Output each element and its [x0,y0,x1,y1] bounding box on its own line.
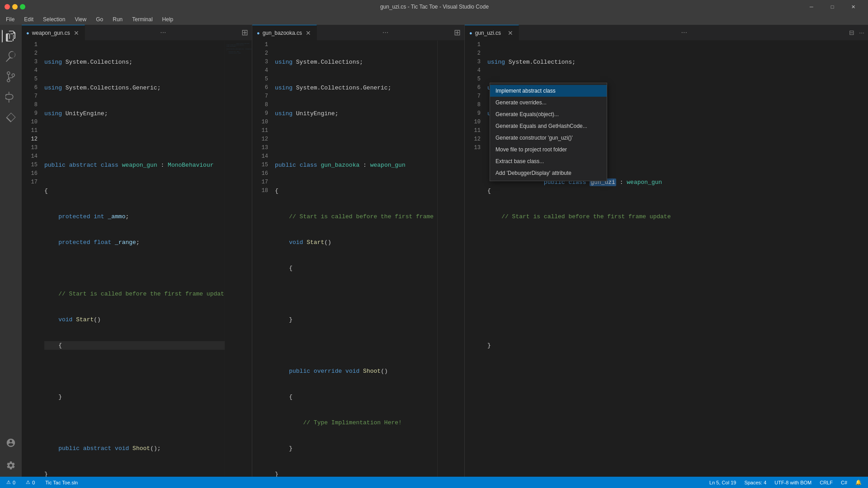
code-line: using System.Collections; [275,58,437,66]
quick-fix-menu: Implement abstract class Generate overri… [490,83,607,181]
tab-bar-3: ● gun_uzi.cs ✕ ··· ⊟ ··· [465,25,868,41]
menu-item-move-file[interactable]: Move file to project root folder [490,144,607,155]
accounts-icon[interactable] [2,434,20,452]
more-actions-button[interactable]: ··· [859,29,864,36]
close-button[interactable]: ✕ [843,0,863,14]
menu-help[interactable]: Help [159,15,177,23]
status-cursor[interactable]: Ln 5, Col 19 [708,480,738,485]
menu-item-add-debugger[interactable]: Add 'DebuggerDisplay' attribute [490,167,607,179]
code-line [487,264,868,272]
status-warnings[interactable]: ⚠ 0 [24,477,37,488]
split-editor-button-1[interactable]: ⊞ [241,25,252,40]
code-line [275,135,437,144]
code-line: } [44,470,225,477]
line-numbers-1: 1 2 3 4 5 6 7 8 9 10 11 12 13 [22,41,42,477]
error-count: 0 [13,480,15,485]
status-encoding[interactable]: UTF-8 with BOM [773,480,813,485]
menu-item-generate-equals[interactable]: Generate Equals(object)... [490,108,607,120]
menu-edit[interactable]: Edit [20,15,37,23]
code-line: // Start is called before the first fram… [275,212,437,221]
extensions-icon[interactable] [2,108,20,127]
code-line: { [44,187,225,195]
code-area-gun-bazooka[interactable]: 1 2 3 4 5 6 7 8 9 10 11 12 13 [252,41,464,477]
cs-file-icon: ● [26,30,29,36]
activitybar [0,25,22,477]
explorer-icon[interactable] [2,27,20,45]
lightbulb-icon[interactable]: 💡 [485,161,486,169]
code-line: // Start is called before the first fram… [44,290,225,298]
settings-icon[interactable] [2,456,20,474]
menu-item-generate-overrides-label: Generate overrides... [495,99,547,106]
code-line [487,315,868,324]
code-line [487,238,868,247]
menu-item-generate-equals-hashcode-label: Generate Equals and GetHashCode... [495,123,587,129]
menu-item-implement-abstract[interactable]: Implement abstract class [490,85,607,97]
menu-item-generate-overrides[interactable]: Generate overrides... [490,97,607,108]
code-line: void Start() [44,315,225,324]
tab-gun-bazooka[interactable]: ● gun_bazooka.cs ✕ [252,25,317,40]
notification-icon: 🔔 [855,479,862,485]
debug-icon[interactable] [2,88,20,106]
minimize-button[interactable]: ─ [801,0,822,14]
code-line: using System.Collections; [44,58,225,66]
tab-gun-uzi-close[interactable]: ✕ [507,29,514,37]
tab-weapon-gun-close[interactable]: ✕ [73,29,80,37]
code-content-1[interactable]: using System.Collections; using System.C… [42,41,225,477]
status-notifications[interactable]: 🔔 [854,479,863,485]
code-line: } [487,341,868,350]
search-icon[interactable] [2,47,20,66]
source-control-icon[interactable] [2,68,20,86]
menubar: File Edit Selection View Go Run Terminal… [0,14,868,25]
code-line [275,290,437,298]
status-solution[interactable]: Tic Tac Toe.sln [43,477,80,488]
menu-item-generate-constructor[interactable]: Generate constructor 'gun_uzi()' [490,132,607,144]
tab-bar-1: ● weapon_gun.cs ✕ ··· ⊞ [22,25,252,41]
menu-file[interactable]: File [2,15,18,23]
menu-selection[interactable]: Selection [39,15,69,23]
code-line: } [275,470,437,477]
code-line: using System.Collections.Generic; [44,84,225,92]
menu-view[interactable]: View [71,15,90,23]
minimap-1: using System.Collections; using System.C… [225,41,252,477]
status-spaces[interactable]: Spaces: 4 [742,480,768,485]
tab-weapon-gun[interactable]: ● weapon_gun.cs ✕ [22,25,85,40]
code-line: using System.Collections; [487,58,868,66]
editor-gun-bazooka: ● gun_bazooka.cs ✕ ··· ⊞ 1 2 3 4 [252,25,465,477]
tab-more-button-3[interactable]: ··· [677,25,690,40]
tab-gun-bazooka-close[interactable]: ✕ [305,29,312,37]
code-line: // Type Implimentation Here! [275,418,437,427]
menu-item-generate-constructor-label: Generate constructor 'gun_uzi()' [495,135,573,141]
code-line [44,135,225,144]
tab-weapon-gun-label: weapon_gun.cs [32,30,70,36]
split-right-button[interactable]: ⊟ [849,29,854,36]
tab-gun-bazooka-label: gun_bazooka.cs [263,30,302,36]
menu-item-extract-base[interactable]: Extract base class... [490,155,607,167]
code-line [44,367,225,375]
statusbar: ⚠ 0 ⚠ 0 Tic Tac Toe.sln Ln 5, Col 19 Spa… [0,477,868,488]
tab-more-button-1[interactable]: ··· [156,25,170,40]
split-editor-button-2[interactable]: ⊞ [454,25,464,40]
cs-file-icon-2: ● [257,30,260,36]
tab-gun-uzi[interactable]: ● gun_uzi.cs ✕ [465,25,519,40]
code-area-weapon-gun[interactable]: 1 2 3 4 5 6 7 8 9 10 11 12 13 [22,41,252,477]
editor-gun-uzi: ● gun_uzi.cs ✕ ··· ⊟ ··· 1 2 [465,25,868,477]
status-eol[interactable]: CRLF [818,480,835,485]
spaces-label: Spaces: 4 [744,480,766,485]
code-line: protected int _ammo; [44,212,225,221]
titlebar: gun_uzi.cs - Tic Tac Toe - Visual Studio… [0,0,868,14]
menu-run[interactable]: Run [109,15,126,23]
menu-go[interactable]: Go [92,15,107,23]
maximize-button[interactable]: □ [822,0,843,14]
code-line [44,418,225,427]
menu-item-generate-equals-hashcode[interactable]: Generate Equals and GetHashCode... [490,120,607,132]
code-line: { [275,187,437,195]
cs-file-icon-3: ● [469,30,472,36]
menu-terminal[interactable]: Terminal [128,15,156,23]
code-line [275,341,437,350]
code-content-2[interactable]: using System.Collections; using System.C… [273,41,437,477]
tab-more-button-2[interactable]: ··· [379,25,392,40]
status-language[interactable]: C# [839,480,849,485]
status-errors[interactable]: ⚠ 0 [5,477,17,488]
code-line: using UnityEngine; [44,109,225,118]
code-line: } [275,315,437,324]
